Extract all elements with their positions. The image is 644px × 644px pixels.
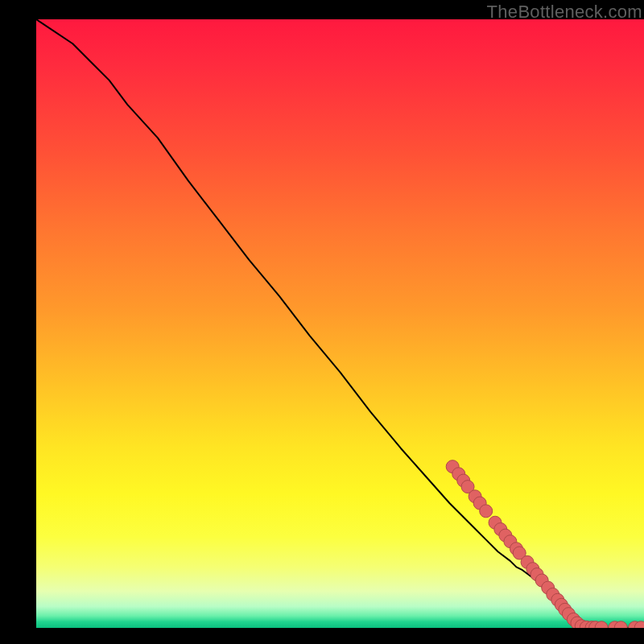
chart-overlay [36, 19, 644, 628]
watermark-text: TheBottleneck.com [487, 2, 642, 23]
plot-area [36, 19, 644, 628]
data-point [480, 505, 493, 518]
chart-points [446, 460, 644, 628]
chart-curve [36, 19, 644, 628]
chart-stage: TheBottleneck.com [0, 0, 644, 644]
